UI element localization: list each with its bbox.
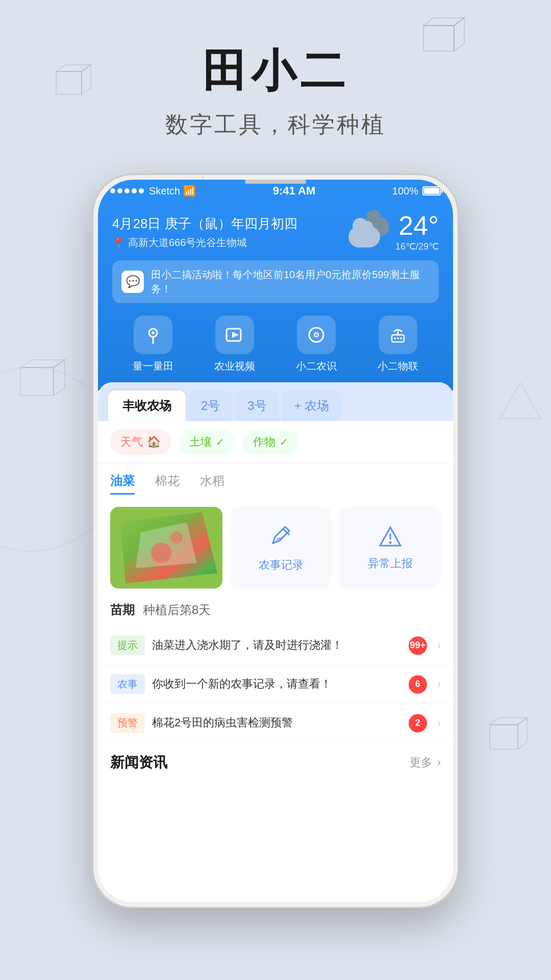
alert-badge-farm: 6 xyxy=(409,675,427,694)
badge-soil[interactable]: 土壤 ✓ xyxy=(179,429,235,455)
quick-actions: 量一量田 农业视频 xyxy=(112,315,439,375)
svg-point-37 xyxy=(314,332,319,337)
svg-marker-10 xyxy=(490,718,527,725)
weather-clouds-icon xyxy=(348,217,389,248)
crop-tabs: 油菜 棉花 水稻 xyxy=(98,463,453,499)
weather-address: 高新大道666号光谷生物城 xyxy=(128,236,247,250)
app-title: 田小二 xyxy=(0,41,551,102)
crop-badge-icon: ✓ xyxy=(280,436,288,448)
svg-point-43 xyxy=(400,337,402,339)
crop-badge-label: 作物 xyxy=(253,434,276,450)
alert-text-tip: 油菜进入浇水期了，请及时进行浇灌！ xyxy=(152,638,402,653)
video-label: 农业视频 xyxy=(214,359,255,373)
alert-item-farm[interactable]: 农事 你收到一个新的农事记录，请查看！ 6 › xyxy=(98,665,453,704)
alert-text-warn: 棉花2号田的病虫害检测预警 xyxy=(152,715,402,731)
phone-frame: Sketch 📶 9:41 AM 100% 4月28日 庚子（鼠）年四月初四 xyxy=(92,174,459,909)
tag-warn: 预警 xyxy=(110,713,145,733)
weather-badge-icon: 🏠 xyxy=(147,435,161,449)
crop-tab-rapeseed[interactable]: 油菜 xyxy=(110,473,135,495)
phone-mockup: Sketch 📶 9:41 AM 100% 4月28日 庚子（鼠）年四月初四 xyxy=(92,174,459,909)
knowledge-label: 小二农识 xyxy=(296,359,337,373)
alert-list: 提示 油菜进入浇水期了，请及时进行浇灌！ 99+ › 农事 你收到一个新的农事记… xyxy=(98,626,453,743)
alert-arrow-warn: › xyxy=(437,717,441,730)
crop-tab-cotton[interactable]: 棉花 xyxy=(155,473,180,495)
svg-marker-11 xyxy=(518,718,527,749)
status-time: 9:41 AM xyxy=(273,184,316,198)
svg-point-41 xyxy=(394,337,396,339)
svg-marker-8 xyxy=(54,360,65,396)
svg-rect-9 xyxy=(490,725,518,749)
alert-arrow-farm: › xyxy=(437,678,441,691)
notification-banner[interactable]: 💬 田小二搞活动啦！每个地区前10名用户0元抢原价599测土服务！ xyxy=(112,260,439,303)
tag-farm: 农事 xyxy=(110,674,145,694)
alert-item-tip[interactable]: 提示 油菜进入浇水期了，请及时进行浇灌！ 99+ › xyxy=(98,626,453,665)
seedling-info: 苗期 种植后第8天 xyxy=(98,597,453,626)
app-header: 田小二 数字工具，科学种植 xyxy=(0,0,551,160)
field-cards: 农事记录 异常上报 xyxy=(98,499,453,597)
tag-tip: 提示 xyxy=(110,635,145,655)
field-map-card[interactable] xyxy=(110,507,222,589)
weather-right: 24° 16℃/29℃ xyxy=(348,212,439,252)
battery-fill xyxy=(424,188,439,194)
temperature-range: 16℃/29℃ xyxy=(395,241,439,252)
signal-dots xyxy=(110,188,144,193)
action-measure[interactable]: 量一量田 xyxy=(133,315,173,373)
farm-tab-2[interactable]: 2号 xyxy=(189,390,232,421)
svg-marker-35 xyxy=(232,332,239,338)
farm-tab-add[interactable]: + 农场 xyxy=(282,390,342,421)
alert-badge-tip: 99+ xyxy=(409,636,427,655)
action-video[interactable]: 农业视频 xyxy=(214,315,255,373)
wifi-icon: 📶 xyxy=(183,185,196,197)
news-more-arrow: › xyxy=(437,756,441,769)
alert-item-warn[interactable]: 预警 棉花2号田的病虫害检测预警 2 › xyxy=(98,704,453,743)
weather-date: 4月28日 庚子（鼠）年四月初四 xyxy=(112,215,297,233)
soil-badge-icon: ✓ xyxy=(216,436,224,448)
svg-point-42 xyxy=(397,337,399,339)
measure-label: 量一量田 xyxy=(133,359,173,373)
soil-badge-label: 土壤 xyxy=(189,434,212,450)
report-label: 异常上报 xyxy=(368,556,413,571)
status-left: Sketch 📶 xyxy=(110,185,196,197)
status-right: 100% xyxy=(392,185,441,197)
knowledge-icon xyxy=(297,315,336,354)
weather-info: 4月28日 庚子（鼠）年四月初四 📍 高新大道666号光谷生物城 xyxy=(112,215,297,250)
alert-badge-warn: 2 xyxy=(409,714,427,732)
cloud-front xyxy=(348,226,380,248)
svg-marker-13 xyxy=(500,383,541,419)
battery-percent: 100% xyxy=(392,185,418,197)
report-card[interactable]: 异常上报 xyxy=(340,507,441,589)
content-area: 丰收农场 2号 3号 + 农场 天气 🏠 土壤 ✓ xyxy=(98,382,453,902)
svg-point-47 xyxy=(170,531,183,544)
svg-rect-6 xyxy=(20,368,54,396)
farm-record-icon xyxy=(269,523,293,552)
notification-icon: 💬 xyxy=(121,271,144,293)
temperature-display: 24° 16℃/29℃ xyxy=(395,212,439,252)
svg-point-33 xyxy=(152,331,155,334)
badge-weather[interactable]: 天气 🏠 xyxy=(110,429,171,455)
phone-screen: Sketch 📶 9:41 AM 100% 4月28日 庚子（鼠）年四月初四 xyxy=(98,180,453,902)
svg-point-46 xyxy=(151,543,171,563)
weather-badge-label: 天气 xyxy=(120,434,143,450)
notification-text: 田小二搞活动啦！每个地区前10名用户0元抢原价599测土服务！ xyxy=(151,267,430,296)
svg-point-51 xyxy=(389,542,392,544)
location-icon: 📍 xyxy=(112,237,125,249)
iot-icon xyxy=(379,315,417,354)
app-subtitle: 数字工具，科学种植 xyxy=(0,110,551,140)
weather-location: 📍 高新大道666号光谷生物城 xyxy=(112,236,297,250)
report-icon xyxy=(378,524,403,551)
farm-record-card[interactable]: 农事记录 xyxy=(231,507,332,589)
farm-tab-3[interactable]: 3号 xyxy=(235,390,279,421)
farm-record-label: 农事记录 xyxy=(259,557,304,573)
action-knowledge[interactable]: 小二农识 xyxy=(296,315,337,373)
crop-tab-rice[interactable]: 水稻 xyxy=(200,473,224,495)
alert-text-farm: 你收到一个新的农事记录，请查看！ xyxy=(152,676,402,692)
news-more-link[interactable]: 更多 › xyxy=(410,755,441,770)
weather-header: 4月28日 庚子（鼠）年四月初四 📍 高新大道666号光谷生物城 24° xyxy=(98,202,453,390)
svg-marker-7 xyxy=(20,360,65,368)
action-iot[interactable]: 小二物联 xyxy=(378,315,418,373)
seedling-desc: 种植后第8天 xyxy=(143,602,211,618)
badge-crop[interactable]: 作物 ✓ xyxy=(243,429,298,455)
news-title: 新闻资讯 xyxy=(110,753,167,772)
phone-notch xyxy=(245,180,306,184)
farm-tab-1[interactable]: 丰收农场 xyxy=(108,390,186,421)
